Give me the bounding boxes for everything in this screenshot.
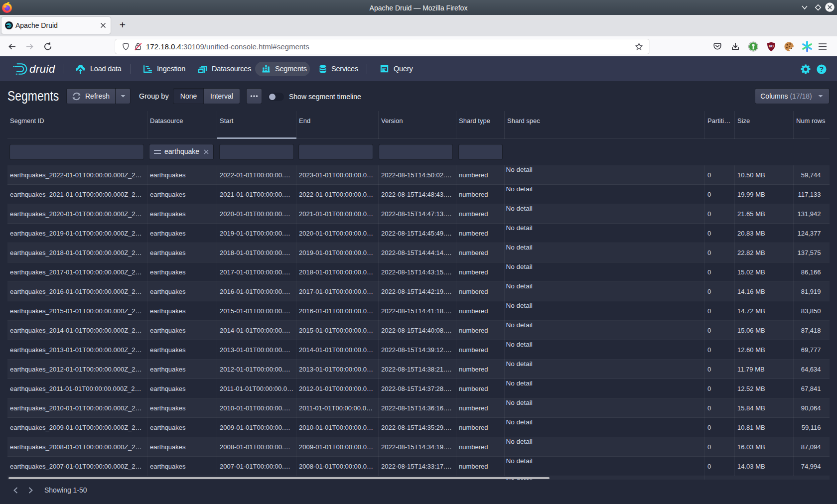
svg-text:UO: UO [769, 44, 774, 48]
svg-text:druid: druid [29, 63, 55, 75]
svg-text:?: ? [820, 65, 824, 73]
